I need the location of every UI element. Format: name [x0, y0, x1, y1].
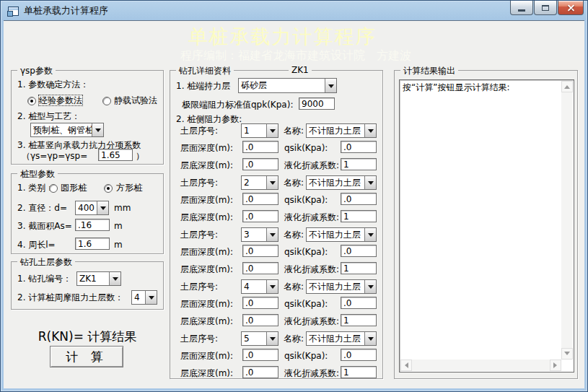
chevron-down-icon[interactable] [266, 280, 278, 293]
layer-name-select[interactable]: 不计阻力土层 [306, 123, 377, 138]
pile-panel-legend: 桩型参数 [17, 168, 58, 180]
borehole-no-select[interactable]: ZK1 [76, 271, 121, 286]
area-value: .16 [78, 220, 92, 230]
chevron-down-icon[interactable] [97, 201, 108, 214]
layer-name-label: 名称: [284, 126, 304, 136]
layer-count-select[interactable]: 4 [131, 290, 157, 305]
layer-bottom-depth-input[interactable]: .0 [242, 366, 278, 378]
factor-suffix: ） [136, 151, 144, 161]
chevron-down-icon[interactable] [266, 228, 278, 241]
gamma-panel: γsp参数 1. 参数确定方法： 经验参数法 静载试验法 2. 桩型与工艺： 预… [11, 70, 164, 165]
layer-liq-input[interactable]: 1 [341, 262, 377, 274]
vertical-scrollbar[interactable] [561, 81, 573, 360]
chevron-down-icon[interactable] [364, 332, 376, 345]
horizontal-scrollbar[interactable] [400, 360, 561, 371]
diameter-select[interactable]: 400 [75, 201, 109, 215]
layer-liq-input[interactable]: 1 [341, 314, 377, 326]
scroll-left-icon[interactable] [400, 360, 412, 371]
layer-qsik-input[interactable]: .0 [341, 141, 377, 153]
close-button[interactable] [558, 1, 584, 15]
layer-top-depth-input[interactable]: .0 [242, 349, 278, 361]
chevron-down-icon[interactable] [145, 291, 157, 304]
layer-bottom-depth-input[interactable]: .0 [242, 262, 278, 274]
layer-liq-input[interactable]: 1 [341, 158, 377, 170]
calculate-button[interactable]: 计 算 [50, 346, 123, 367]
layer-name-select[interactable]: 不计阻力土层 [306, 331, 377, 346]
qpk-input[interactable]: 9000 [299, 97, 335, 110]
perimeter-input[interactable]: 1.6 [75, 238, 110, 250]
layer-liq-value: 1 [343, 315, 349, 326]
layer-name-select[interactable]: 不计阻力土层 [306, 227, 377, 242]
layer-qsik-input[interactable]: .0 [341, 297, 377, 309]
radio-round-pile[interactable] [49, 184, 58, 193]
layer-bottom-depth-input[interactable]: .0 [242, 314, 278, 326]
layer-top-depth-input[interactable]: .0 [242, 141, 278, 153]
layer-qsik-label: qsik(Kpa): [284, 143, 328, 153]
chevron-down-icon[interactable] [266, 176, 278, 189]
layer-liq-input[interactable]: 1 [341, 210, 377, 222]
chevron-down-icon[interactable] [364, 228, 376, 241]
layer-qsik-input[interactable]: .0 [341, 245, 377, 257]
soil-layer-block-4: 土层序号: 4 名称: 不计阻力土层 层面深度(m): .0 qsik(Kpa)… [170, 279, 382, 331]
area-input[interactable]: .16 [75, 219, 110, 231]
scroll-right-icon[interactable] [550, 360, 561, 371]
radio-square-label[interactable]: 方形桩 [116, 183, 142, 193]
layer-bottom-depth-label: 层底深度(m): [180, 316, 233, 326]
radio-static-label[interactable]: 静载试验法 [114, 95, 157, 105]
radio-round-label[interactable]: 圆形桩 [61, 183, 87, 193]
radio-empirical-label[interactable]: 经验参数法 [39, 95, 82, 105]
chevron-down-icon[interactable] [364, 124, 376, 137]
pile-panel: 桩型参数 1. 类别： 圆形桩 方形桩 2. 直径：d= 400 mm 3. 截… [11, 173, 164, 254]
titlebar[interactable]: 单桩承载力计算程序 [1, 1, 587, 20]
result-output-textarea[interactable]: 按“计算”按钮显示计算结果: [399, 79, 574, 373]
layer-seq-select[interactable]: 5 [241, 331, 278, 346]
layer-top-depth-label: 层面深度(m): [180, 351, 233, 361]
layer-top-depth-input[interactable]: .0 [242, 193, 278, 205]
layer-name-value: 不计阻力土层 [307, 332, 364, 345]
chevron-down-icon[interactable] [92, 123, 103, 136]
radio-static-test[interactable] [102, 97, 111, 105]
layer-liq-label: 液化折减系数: [284, 160, 339, 170]
chevron-down-icon[interactable] [266, 332, 278, 345]
layer-qsik-input[interactable]: .0 [341, 349, 377, 361]
close-icon [567, 4, 575, 12]
scroll-down-icon[interactable] [561, 348, 573, 360]
layer-bottom-depth-input[interactable]: .0 [242, 210, 278, 222]
area-unit: m [114, 221, 123, 231]
layer-liq-label: 液化折减系数: [284, 212, 339, 222]
layer-liq-input[interactable]: 1 [341, 366, 377, 378]
layer-seq-select[interactable]: 4 [241, 279, 278, 294]
pile-craft-value: 预制桩、钢管桩 [31, 123, 92, 136]
layer-seq-select[interactable]: 3 [241, 227, 278, 242]
layer-seq-select[interactable]: 2 [241, 175, 278, 190]
chevron-down-icon[interactable] [266, 124, 278, 137]
pile-craft-select[interactable]: 预制桩、钢管桩 [30, 123, 104, 137]
factor-input[interactable]: 1.65 [98, 149, 133, 161]
bearing-layer-select[interactable]: 砾砂层 [238, 78, 337, 93]
radio-square-pile[interactable] [104, 184, 113, 193]
maximize-icon [542, 5, 549, 11]
layer-top-depth-value: .0 [245, 298, 253, 308]
chevron-down-icon[interactable] [364, 176, 376, 189]
layer-top-depth-input[interactable]: .0 [242, 245, 278, 257]
layer-qsik-input[interactable]: .0 [341, 193, 377, 205]
layer-name-select[interactable]: 不计阻力土层 [306, 279, 377, 294]
borehole-panel-legend: 钻孔土层参数 [17, 256, 75, 269]
diameter-unit: mm [114, 203, 131, 213]
layer-name-select[interactable]: 不计阻力土层 [306, 175, 377, 190]
chevron-down-icon[interactable] [364, 280, 376, 293]
layer-seq-select[interactable]: 1 [241, 123, 278, 138]
factor-value: 1.65 [101, 150, 120, 160]
chevron-down-icon[interactable] [325, 79, 336, 92]
radio-empirical-method[interactable] [27, 97, 36, 105]
maximize-button[interactable] [534, 1, 557, 15]
layer-bottom-depth-input[interactable]: .0 [242, 158, 278, 170]
layer-seq-label: 土层序号: [180, 178, 218, 188]
gamma-panel-legend: γsp参数 [17, 65, 56, 77]
perimeter-unit: m [114, 240, 123, 250]
minimize-button[interactable] [510, 1, 533, 15]
scroll-up-icon[interactable] [561, 81, 573, 92]
layer-top-depth-input[interactable]: .0 [242, 297, 278, 309]
chevron-down-icon[interactable] [109, 272, 120, 285]
perimeter-label: 4. 周长l= [17, 240, 56, 250]
